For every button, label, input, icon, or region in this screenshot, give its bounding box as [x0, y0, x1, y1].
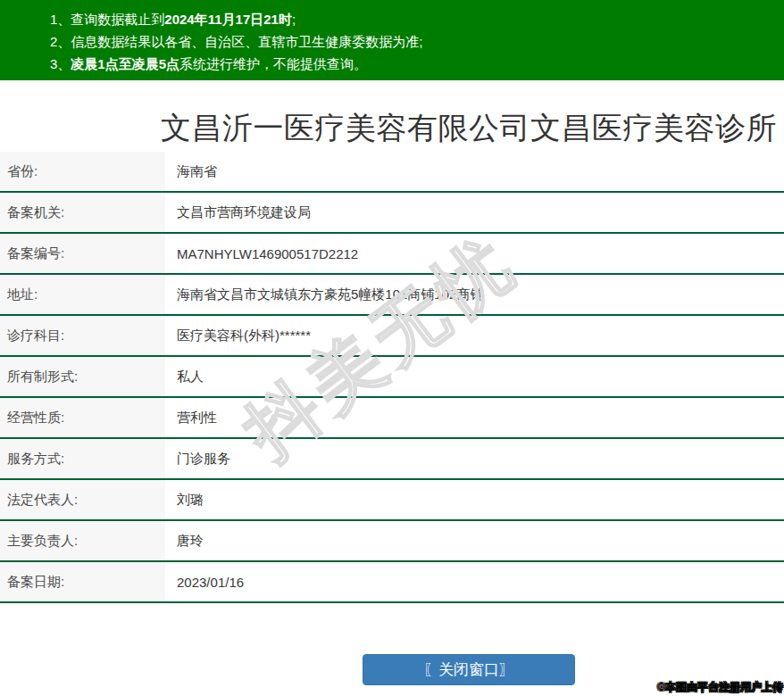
table-row-service-mode: 服务方式: 门诊服务: [0, 439, 784, 480]
table-row-filing-date: 备案日期: 2023/01/16: [0, 562, 784, 603]
notice-banner: 1、查询数据截止到2024年11月17日21时; 2、信息数据结果以各省、自治区…: [0, 0, 784, 80]
table-row-legal-representative: 法定代表人: 刘璐: [0, 480, 784, 521]
field-label: 经营性质:: [0, 398, 165, 437]
field-value: MA7NHYLW146900517D2212: [165, 246, 784, 261]
notice-line-3: 3、凌晨1点至凌晨5点系统进行维护，不能提供查询。: [50, 53, 784, 75]
result-panel: 文昌沂一医疗美容有限公司文昌医疗美容诊所 省份: 海南省 备案机关: 文昌市营商…: [0, 108, 784, 685]
notice-line-1: 1、查询数据截止到2024年11月17日21时;: [50, 8, 784, 30]
field-value: 文昌市营商环境建设局: [165, 204, 784, 221]
field-value: 海南省文昌市文城镇东方豪苑5幢楼101商铺102商铺: [165, 286, 784, 303]
field-label: 服务方式:: [0, 439, 165, 478]
table-row-operation-nature: 经营性质: 营利性: [0, 398, 784, 439]
table-row-address: 地址: 海南省文昌市文城镇东方豪苑5幢楼101商铺102商铺: [0, 275, 784, 316]
close-window-button[interactable]: 〖关闭窗口〗: [363, 654, 575, 685]
page-title: 文昌沂一医疗美容有限公司文昌医疗美容诊所: [0, 108, 784, 152]
notice-line-2-text: 2、信息数据结果以各省、自治区、直辖市卫生健康委数据为准;: [50, 34, 423, 49]
field-label: 备案机关:: [0, 193, 165, 232]
field-label: 诊疗科目:: [0, 316, 165, 355]
field-label: 备案编号:: [0, 234, 165, 273]
notice-line-2: 2、信息数据结果以各省、自治区、直辖市卫生健康委数据为准;: [50, 30, 784, 53]
field-value: 私人: [165, 369, 784, 385]
notice-line-3-text: 3、: [50, 56, 71, 71]
table-row-principal: 主要负责人: 唐玲: [0, 521, 784, 562]
notice-line-1-text: 1、查询数据截止到: [50, 12, 164, 27]
field-label: 法定代表人:: [0, 480, 165, 519]
notice-line-3-bold: 凌晨1点至凌晨5点: [71, 56, 179, 71]
table-row-treatment-subjects: 诊疗科目: 医疗美容科(外科)******: [0, 316, 784, 357]
field-value: 医疗美容科(外科)******: [165, 327, 784, 344]
table-row-ownership-form: 所有制形式: 私人: [0, 357, 784, 398]
field-label: 地址:: [0, 275, 165, 314]
field-value: 刘璐: [165, 492, 784, 509]
field-value: 唐玲: [165, 533, 784, 550]
upload-credit-overlay: ©本图由平台注册用户上传: [657, 680, 783, 695]
field-label: 所有制形式:: [0, 357, 165, 396]
field-value: 营利性: [165, 410, 784, 427]
notice-line-1-tail: ;: [292, 12, 296, 27]
field-label: 备案日期:: [0, 562, 165, 601]
table-row-filing-number: 备案编号: MA7NHYLW146900517D2212: [0, 234, 784, 275]
field-value: 海南省: [165, 163, 784, 180]
field-label: 主要负责人:: [0, 521, 165, 560]
notice-line-3-tail: 系统进行维护，不能提供查询。: [179, 56, 367, 71]
field-label: 省份:: [0, 152, 165, 191]
record-info-table: 省份: 海南省 备案机关: 文昌市营商环境建设局 备案编号: MA7NHYLW1…: [0, 152, 784, 603]
field-value: 2023/01/16: [165, 575, 784, 590]
table-row-filing-authority: 备案机关: 文昌市营商环境建设局: [0, 193, 784, 234]
notice-line-1-bold: 2024年11月17日21时: [164, 12, 292, 27]
table-row-province: 省份: 海南省: [0, 152, 784, 193]
field-value: 门诊服务: [165, 451, 784, 468]
